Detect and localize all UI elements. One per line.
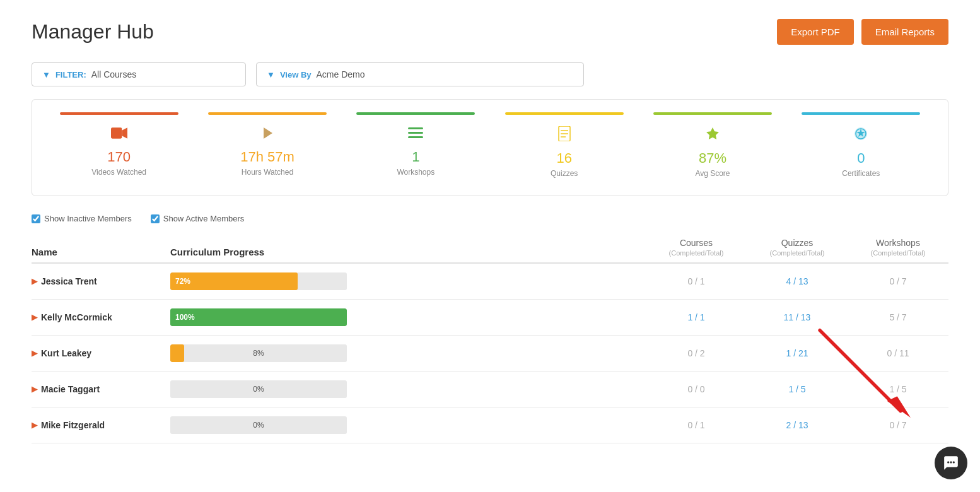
svg-rect-0	[111, 127, 122, 138]
quizzes-icon	[558, 126, 571, 145]
svg-marker-2	[264, 127, 272, 139]
active-checkbox-input[interactable]	[151, 214, 160, 223]
chevron-down-icon: ▼	[42, 70, 50, 79]
view-by-value: Acme Demo	[317, 69, 365, 79]
table-row: ▶Mike Fitzgerald0%0 / 12 / 130 / 7	[32, 407, 948, 443]
quizzes-cell-2: 1 / 21	[747, 348, 848, 358]
certificates-label: Certificates	[842, 169, 880, 178]
stat-card-certificates: 0Certificates	[787, 112, 935, 183]
avg_score-label: Avg Score	[695, 169, 730, 178]
table-row: ▶Kelly McCormick100%1 / 111 / 135 / 7	[32, 300, 948, 336]
stat-card-quizzes: 16Quizzes	[490, 112, 638, 183]
email-reports-button[interactable]: Email Reports	[861, 19, 948, 45]
progress-cell-3: 0%	[170, 380, 646, 398]
workshops-cell-1: 5 / 7	[848, 312, 948, 322]
stat-card-videos: 170Videos Watched	[45, 112, 193, 183]
progress-fill: 100%	[170, 308, 347, 326]
stats-container: 170Videos Watched17h 57mHours Watched1Wo…	[32, 99, 948, 196]
stat-card-avg_score: 87%Avg Score	[638, 112, 786, 183]
videos-label: Videos Watched	[91, 168, 146, 177]
view-by-label: View By	[280, 70, 312, 79]
expand-icon: ▶	[32, 421, 37, 430]
members-table: Name Curriculum Progress Courses (Comple…	[32, 233, 948, 443]
col-name-header: Name	[32, 247, 170, 257]
courses-cell-0: 0 / 1	[646, 276, 747, 286]
workshops-cell-4: 0 / 7	[848, 420, 948, 430]
expand-icon: ▶	[32, 277, 37, 286]
quizzes-cell-4: 2 / 13	[747, 420, 848, 430]
courses-cell-2: 0 / 2	[646, 348, 747, 358]
page-title: Manager Hub	[32, 20, 154, 44]
col-workshops-header: Workshops (Completed/Total)	[848, 237, 948, 257]
expand-icon: ▶	[32, 349, 37, 358]
progress-cell-0: 72%	[170, 272, 646, 290]
workshops-cell-2: 0 / 11	[848, 348, 948, 358]
progress-bar-3: 0%	[170, 380, 347, 398]
inactive-checkbox-input[interactable]	[32, 214, 40, 223]
svg-rect-5	[408, 136, 423, 138]
progress-cell-4: 0%	[170, 416, 646, 434]
stat-card-workshops: 1Workshops	[342, 112, 490, 183]
page-header: Manager Hub Export PDF Email Reports	[32, 19, 948, 45]
filter-all-courses[interactable]: ▼ FILTER: All Courses	[32, 62, 246, 86]
active-members-checkbox[interactable]: Show Active Members	[151, 214, 245, 223]
avg_score-value: 87%	[699, 150, 726, 167]
workshops-value: 1	[412, 149, 419, 165]
row-name-2[interactable]: ▶Kurt Leakey	[32, 348, 170, 358]
quizzes-value: 16	[556, 150, 571, 167]
svg-rect-4	[408, 132, 423, 134]
svg-marker-10	[706, 127, 719, 139]
filter-view-by[interactable]: ▼ View By Acme Demo	[256, 62, 584, 86]
courses-cell-1: 1 / 1	[646, 312, 747, 322]
progress-cell-1: 100%	[170, 308, 646, 326]
quizzes-cell-0: 4 / 13	[747, 276, 848, 286]
videos-value: 170	[107, 149, 131, 165]
workshops-label: Workshops	[397, 168, 435, 177]
courses-cell-4: 0 / 1	[646, 420, 747, 430]
chevron-down-icon-2: ▼	[267, 70, 275, 79]
table-row: ▶Macie Taggart0%0 / 01 / 51 / 5	[32, 372, 948, 407]
col-courses-header: Courses (Completed/Total)	[646, 237, 747, 257]
row-name-3[interactable]: ▶Macie Taggart	[32, 384, 170, 394]
workshops-icon	[408, 126, 423, 144]
filter-label: FILTER:	[55, 70, 86, 79]
workshops-cell-0: 0 / 7	[848, 276, 948, 286]
progress-fill: 72%	[170, 272, 298, 290]
col-quizzes-header: Quizzes (Completed/Total)	[747, 237, 848, 257]
filter-value: All Courses	[91, 69, 137, 79]
hours-label: Hours Watched	[242, 168, 293, 177]
quizzes-cell-3: 1 / 5	[747, 384, 848, 394]
row-name-1[interactable]: ▶Kelly McCormick	[32, 312, 170, 322]
row-name-0[interactable]: ▶Jessica Trent	[32, 276, 170, 286]
col-progress-header: Curriculum Progress	[170, 247, 646, 257]
expand-icon: ▶	[32, 313, 37, 322]
progress-cell-2: 8%	[170, 344, 646, 362]
progress-fill	[170, 344, 184, 362]
row-name-4[interactable]: ▶Mike Fitzgerald	[32, 420, 170, 430]
table-row: ▶Jessica Trent72%0 / 14 / 130 / 7	[32, 264, 948, 300]
checkbox-row: Show Inactive Members Show Active Member…	[32, 214, 948, 223]
courses-cell-3: 0 / 0	[646, 384, 747, 394]
export-pdf-button[interactable]: Export PDF	[777, 19, 854, 45]
workshops-cell-3: 1 / 5	[848, 384, 948, 394]
certificates-value: 0	[857, 150, 865, 167]
progress-bar-1: 100%	[170, 308, 347, 326]
active-label: Show Active Members	[163, 214, 245, 223]
inactive-label: Show Inactive Members	[44, 214, 132, 223]
progress-bar-2: 8%	[170, 344, 347, 362]
filter-row: ▼ FILTER: All Courses ▼ View By Acme Dem…	[32, 62, 948, 86]
table-row: ▶Kurt Leakey8%0 / 21 / 210 / 11	[32, 336, 948, 372]
inactive-members-checkbox[interactable]: Show Inactive Members	[32, 214, 132, 223]
quizzes-cell-1: 11 / 13	[747, 312, 848, 322]
hours-value: 17h 57m	[240, 149, 295, 165]
expand-icon: ▶	[32, 385, 37, 394]
header-buttons: Export PDF Email Reports	[777, 19, 948, 45]
avg_score-icon	[705, 126, 720, 145]
svg-rect-3	[408, 127, 423, 129]
hours-icon	[261, 126, 274, 144]
stat-card-hours: 17h 57mHours Watched	[193, 112, 341, 183]
videos-icon	[111, 126, 127, 144]
quizzes-label: Quizzes	[551, 169, 578, 178]
progress-bar-4: 0%	[170, 416, 347, 434]
table-header: Name Curriculum Progress Courses (Comple…	[32, 233, 948, 264]
